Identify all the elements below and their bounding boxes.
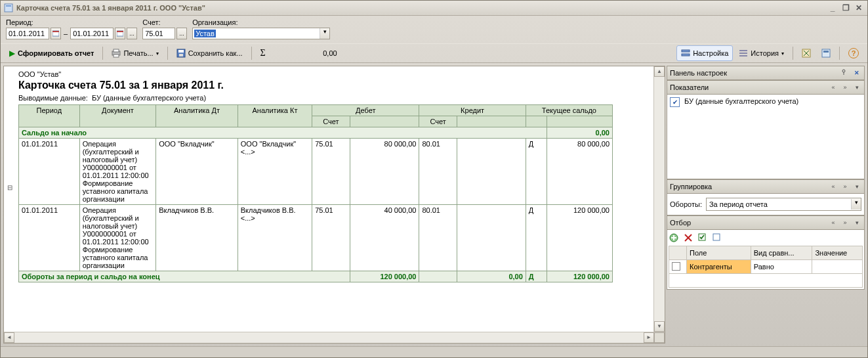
turnover-label: Обороты: — [670, 200, 702, 208]
panel-close-button[interactable]: ✕ — [852, 68, 861, 78]
indicator-item[interactable]: ✔ БУ (данные бухгалтерского учета) — [670, 97, 861, 107]
indicators-menu-button[interactable]: ▾ — [852, 83, 861, 92]
col-an-dt: Аналитика Дт — [156, 105, 238, 127]
vertical-scrollbar[interactable]: ▲ ▼ — [653, 66, 665, 332]
history-button[interactable]: История ▾ — [734, 45, 789, 61]
indicators-collapse-right[interactable]: » — [840, 83, 850, 92]
maximize-button[interactable]: ❐ — [840, 2, 852, 14]
grouping-collapse-right[interactable]: » — [840, 182, 850, 191]
tool-icon-2[interactable] — [817, 45, 835, 61]
svg-rect-15 — [739, 53, 747, 54]
svg-rect-3 — [52, 31, 59, 32]
totals-dk: Д — [526, 271, 547, 282]
minimize-button[interactable]: _ — [827, 2, 838, 14]
turnover-value: За период отчета — [709, 200, 768, 208]
turnover-combo[interactable]: За период отчета ▾ — [706, 198, 861, 211]
col-kt-acc: Счет — [419, 116, 457, 127]
col-dt-acc: Счет — [312, 116, 350, 127]
sigma-icon: Σ — [260, 48, 266, 58]
svg-rect-1 — [6, 5, 11, 7]
sum-button[interactable]: Σ — [256, 45, 270, 61]
selection-collapse-right[interactable]: » — [840, 218, 850, 227]
settings-button[interactable]: Настройка — [676, 45, 733, 61]
uncheck-all-button[interactable] — [712, 233, 722, 243]
col-an-kt: Аналитика Кт — [238, 105, 312, 127]
org-dropdown-button[interactable]: ▾ — [320, 28, 329, 39]
panel-pin-button[interactable] — [840, 68, 850, 78]
svg-rect-28 — [713, 234, 720, 240]
turnover-dropdown-button[interactable]: ▾ — [851, 199, 861, 210]
col-period: Период — [19, 105, 80, 127]
totals-kt: 0,00 — [457, 271, 526, 282]
indicator-label: БУ (данные бухгалтерского учета) — [684, 97, 798, 105]
svg-rect-0 — [5, 4, 12, 12]
selection-title: Отбор — [670, 219, 826, 227]
report-table: Период Документ Аналитика Дт Аналитика К… — [18, 104, 613, 282]
account-input[interactable] — [142, 28, 175, 39]
save-icon — [176, 49, 186, 58]
svg-rect-18 — [822, 49, 830, 57]
svg-rect-19 — [823, 51, 829, 53]
print-button[interactable]: Печать... ▾ — [107, 45, 163, 61]
add-filter-button[interactable] — [669, 233, 679, 243]
filter-value-cell[interactable] — [812, 260, 863, 274]
play-icon: ▶ — [9, 49, 15, 58]
date-to-picker-button[interactable] — [115, 28, 125, 39]
totals-bal: 120 000,00 — [547, 271, 612, 282]
window-title: Карточка счета 75.01 за 1 января 2011 г.… — [16, 4, 205, 12]
app-icon — [3, 3, 14, 13]
selection-menu-button[interactable]: ▾ — [852, 218, 861, 227]
svg-rect-5 — [117, 31, 123, 32]
delete-filter-button[interactable] — [683, 233, 693, 243]
org-label: Организация: — [192, 18, 330, 26]
report-title: Карточка счета 75.01 за 1 января 2011 г. — [18, 79, 653, 91]
org-input[interactable]: Устав ▾ — [192, 28, 330, 39]
totals-dt: 120 000,00 — [350, 271, 419, 282]
form-report-button[interactable]: ▶ Сформировать отчет — [5, 45, 98, 61]
col-balance: Текущее сальдо — [526, 105, 612, 116]
checkbox-checked-icon[interactable]: ✔ — [670, 97, 680, 107]
scroll-right-button[interactable]: ► — [644, 332, 654, 343]
grouping-menu-button[interactable]: ▾ — [852, 182, 861, 191]
tool-icon-1[interactable] — [797, 45, 816, 61]
date-to-input[interactable] — [70, 28, 114, 39]
status-bar — [1, 346, 867, 357]
filter-row[interactable]: Контрагенты Равно — [669, 260, 863, 274]
svg-point-20 — [842, 70, 845, 72]
subinfo-label: Выводимые данные: — [18, 94, 88, 102]
check-all-button[interactable] — [697, 233, 708, 243]
filter-field-cell[interactable]: Контрагенты — [687, 260, 751, 274]
settings-label: Настройка — [693, 49, 728, 57]
col-credit: Кредит — [419, 105, 526, 116]
indicators-collapse-left[interactable]: « — [829, 83, 838, 92]
scroll-up-button[interactable]: ▲ — [654, 66, 665, 77]
svg-rect-10 — [178, 50, 184, 53]
period-select-button[interactable]: ... — [127, 28, 137, 39]
col-debit: Дебет — [312, 105, 419, 116]
save-as-label: Сохранить как... — [188, 49, 243, 57]
svg-rect-8 — [114, 55, 119, 57]
horizontal-scrollbar[interactable]: ◄ ► — [4, 332, 665, 343]
form-report-label: Сформировать отчет — [18, 49, 94, 57]
date-from-input[interactable] — [6, 28, 49, 39]
collapse-handle[interactable]: ⊟ — [5, 183, 14, 192]
sum-value: 0,00 — [272, 49, 341, 57]
svg-rect-14 — [739, 50, 747, 51]
col-compare: Вид сравн... — [751, 246, 812, 260]
period-label: Период: — [6, 18, 137, 26]
grouping-collapse-left[interactable]: « — [829, 182, 838, 191]
close-button[interactable]: ✕ — [853, 2, 865, 14]
scroll-left-button[interactable]: ◄ — [4, 332, 14, 343]
org-value: Устав — [194, 30, 216, 37]
settings-icon — [681, 49, 690, 58]
date-from-picker-button[interactable] — [51, 28, 61, 39]
selection-collapse-left[interactable]: « — [829, 218, 838, 227]
col-value: Значение — [812, 246, 863, 260]
filter-compare-cell[interactable]: Равно — [751, 260, 812, 274]
help-button[interactable]: ? — [844, 45, 863, 61]
totals-label: Обороты за период и сальдо на конец — [19, 271, 350, 282]
grouping-title: Группировка — [670, 183, 826, 190]
save-as-button[interactable]: Сохранить как... — [172, 45, 247, 61]
account-select-button[interactable]: ... — [176, 28, 187, 39]
scroll-down-button[interactable]: ▼ — [654, 321, 665, 332]
